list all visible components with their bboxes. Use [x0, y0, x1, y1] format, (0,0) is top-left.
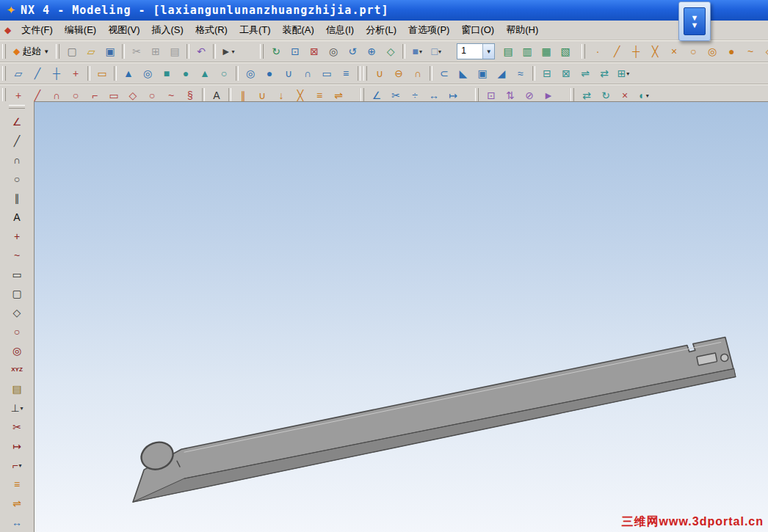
cone-icon[interactable]: ▲	[196, 65, 214, 82]
menu-assemblies[interactable]: 装配(A)	[277, 21, 320, 39]
block-icon[interactable]: ■	[158, 65, 175, 82]
intersect-icon[interactable]: ∩	[409, 65, 427, 82]
datum-axis-icon[interactable]: ╱	[29, 65, 46, 82]
toolbar-grip[interactable]	[361, 88, 364, 103]
fillet-tool-icon[interactable]: ⌐▾	[8, 456, 26, 474]
toolbar-grip[interactable]	[2, 88, 6, 103]
datum-plane-icon[interactable]: ▱	[10, 65, 27, 82]
menu-preferences[interactable]: 首选项(P)	[402, 21, 455, 39]
menu-tools[interactable]: 工具(T)	[233, 21, 277, 39]
pocket-icon[interactable]: ∪	[280, 65, 297, 82]
snap-quadrant-icon[interactable]: ◎	[703, 43, 721, 60]
menu-window[interactable]: 窗口(O)	[455, 21, 500, 39]
new-file-icon[interactable]: ▢	[63, 43, 81, 60]
refresh-view-icon[interactable]: ↻	[267, 43, 285, 60]
constraint-icon[interactable]: ⊥▾	[8, 399, 26, 417]
pan-view-icon[interactable]: ⊕	[363, 43, 380, 60]
snap-point-on-curve-icon[interactable]: ~	[742, 43, 759, 60]
extend-tool-icon[interactable]: ↦	[8, 437, 26, 455]
snap-point-icon[interactable]: ·	[589, 43, 606, 60]
split-body-icon[interactable]: ⊠	[557, 65, 575, 82]
boss-icon[interactable]: ●	[261, 65, 278, 82]
instance-feature-icon[interactable]: ⊞▾	[615, 65, 632, 82]
rounded-rectangle-icon[interactable]: ▢	[8, 285, 26, 302]
sketch-icon[interactable]: ▭	[93, 65, 111, 82]
sew-icon[interactable]: ⇌	[576, 65, 594, 82]
paste-icon[interactable]: ▤	[166, 43, 184, 60]
menu-edit[interactable]: 编辑(E)	[59, 21, 102, 39]
thread-icon[interactable]: ≈	[512, 65, 529, 82]
rectangle-sketch-icon[interactable]: ▭	[8, 266, 26, 283]
snap-intersection-icon[interactable]: ×	[665, 43, 683, 60]
fit-view-icon[interactable]: ⊡	[286, 43, 304, 60]
unite-icon[interactable]: ∪	[371, 65, 388, 82]
toolbar-grip[interactable]	[2, 66, 6, 81]
profile-icon[interactable]: ∠	[8, 113, 26, 131]
menu-view[interactable]: 视图(V)	[102, 21, 145, 39]
toolbar-grip[interactable]	[363, 66, 367, 81]
part-flange[interactable]	[133, 368, 736, 502]
offset-tool-icon[interactable]: ≡	[8, 475, 26, 493]
mirror-tool-icon[interactable]: ⇌	[8, 495, 26, 512]
snap-arc-center-icon[interactable]: ○	[684, 43, 702, 60]
mirror-body-icon[interactable]: ⇄	[595, 65, 613, 82]
collapsed-toolbar-button[interactable]: ▼ ▼	[678, 1, 711, 41]
subtract-icon[interactable]: ⊖	[390, 65, 407, 82]
selection-filter-icon[interactable]: ►▾	[219, 43, 236, 60]
slot-icon[interactable]: ▭	[318, 65, 336, 82]
perspective-icon[interactable]: ◇	[382, 43, 399, 60]
toolbar-grip[interactable]	[475, 88, 479, 103]
dimension-icon[interactable]: ↔	[8, 514, 26, 531]
derived-line-icon[interactable]: ∥	[8, 189, 26, 207]
spline-sketch-icon[interactable]: ~	[8, 247, 26, 264]
snap-control-point-icon[interactable]: ╳	[646, 43, 664, 60]
rotate-view-icon[interactable]: ↺	[344, 43, 361, 60]
graphics-viewport[interactable]: 三维网www.3dportal.cn	[34, 101, 768, 532]
taper-icon[interactable]: ◢	[493, 65, 510, 82]
undo-icon[interactable]: ↶	[192, 43, 210, 60]
menu-help[interactable]: 帮助(H)	[500, 21, 544, 39]
edge-blend-icon[interactable]: ⊂	[435, 65, 453, 82]
toolbar-grip[interactable]	[260, 44, 264, 59]
layer-combo[interactable]: 1 ▼	[457, 43, 495, 59]
layer-settings-icon[interactable]: ▤	[499, 43, 517, 60]
sphere-icon[interactable]: ○	[215, 65, 233, 82]
wireframe-view-icon[interactable]: □▾	[427, 43, 445, 60]
copy-icon[interactable]: ⊞	[147, 43, 164, 60]
save-icon[interactable]: ▣	[101, 43, 119, 60]
menu-analysis[interactable]: 分析(L)	[360, 21, 402, 39]
menu-format[interactable]: 格式(R)	[189, 21, 233, 39]
open-icon[interactable]: ▱	[82, 43, 100, 60]
viewport-canvas[interactable]	[35, 102, 768, 532]
ellipse-sketch-icon[interactable]: ○	[8, 323, 26, 340]
trim-tool-icon[interactable]: ✂	[8, 418, 26, 436]
revolve-icon[interactable]: ◎	[139, 65, 156, 82]
start-button[interactable]: ◆ 起始 ▼	[9, 43, 54, 59]
visible-layers-icon[interactable]: ▥	[518, 43, 536, 60]
snap-point-on-surface-icon[interactable]: ◇	[761, 43, 768, 60]
snap-existing-point-icon[interactable]: ●	[722, 43, 740, 60]
menu-information[interactable]: 信息(I)	[320, 21, 360, 39]
zoom-box-icon[interactable]: ⊠	[305, 43, 323, 60]
cut-icon[interactable]: ✂	[128, 43, 145, 60]
toolbar-grip[interactable]	[9, 105, 25, 109]
circle-sketch-icon[interactable]: ○	[8, 170, 26, 188]
cylinder-icon[interactable]: ●	[177, 65, 195, 82]
shell-icon[interactable]: ▣	[474, 65, 491, 82]
toolbar-grip[interactable]	[582, 44, 585, 59]
arc-sketch-icon[interactable]: ∩	[8, 151, 26, 169]
hole-icon[interactable]: ◎	[242, 65, 259, 82]
toolbar-grip[interactable]	[56, 44, 59, 59]
point-tool-icon[interactable]: +	[67, 65, 84, 82]
toolbar-grip[interactable]	[2, 44, 6, 59]
clipboard-tool-icon[interactable]: ▤	[8, 380, 26, 398]
toolbar-grip[interactable]	[570, 88, 574, 103]
shaded-view-icon[interactable]: ■▾	[408, 43, 426, 60]
polygon-sketch-icon[interactable]: ◇	[8, 304, 26, 321]
datum-csys-icon[interactable]: ┼	[48, 65, 65, 82]
ring-icon[interactable]: ◎	[8, 342, 26, 360]
snap-endpoint-icon[interactable]: ╱	[608, 43, 626, 60]
text-tool-icon[interactable]: A	[8, 208, 26, 226]
line-sketch-icon[interactable]: ╱	[8, 132, 26, 150]
zoom-in-out-icon[interactable]: ◎	[325, 43, 342, 60]
